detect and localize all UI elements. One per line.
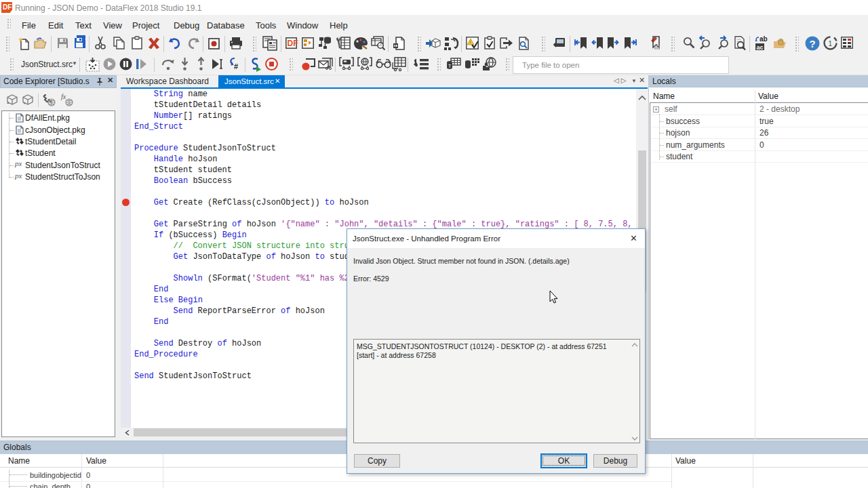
svg-text:!: ! [470, 40, 471, 45]
svg-text:?: ? [810, 38, 816, 49]
svg-text:1: 1 [829, 40, 833, 47]
svg-text:DF: DF [288, 39, 298, 48]
svg-text:ac: ac [757, 44, 764, 51]
svg-text:fx: fx [61, 93, 66, 100]
svg-text:#: # [234, 62, 238, 70]
svg-text:ab: ab [760, 35, 768, 43]
svg-text:T: T [448, 64, 452, 68]
